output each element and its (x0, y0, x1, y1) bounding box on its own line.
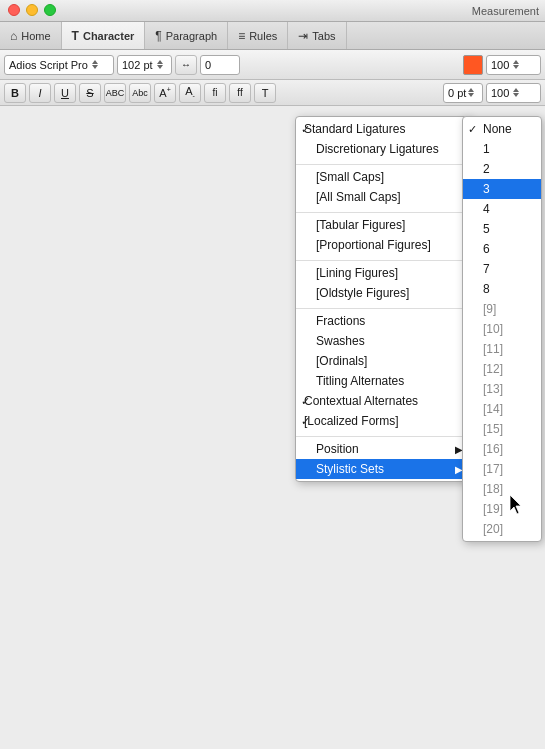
label-18: [18] (483, 482, 503, 496)
position-label: Position (316, 442, 359, 456)
tab-rules[interactable]: ≡ Rules (228, 22, 288, 49)
opacity-selector[interactable]: 100 (486, 55, 541, 75)
check-localized: ✓ (301, 415, 310, 428)
tab-bar: ⌂ Home T Character ¶ Paragraph ≡ Rules ⇥… (0, 22, 545, 50)
maximize-button[interactable] (44, 4, 56, 16)
font-selector[interactable]: Adios Script Pro (4, 55, 114, 75)
superscript-button[interactable]: A+ (154, 83, 176, 103)
label-11: [11] (483, 342, 503, 356)
menu-item-position[interactable]: Position ▶ (296, 439, 469, 459)
tabular-figures-label: [Tabular Figures] (316, 218, 405, 232)
submenu-item-8[interactable]: 8 (463, 279, 541, 299)
primary-dropdown: ✓ Standard Ligatures Discretionary Ligat… (295, 116, 470, 482)
menu-item-discretionary-ligatures[interactable]: Discretionary Ligatures (296, 139, 469, 159)
menu-item-oldstyle-figures[interactable]: [Oldstyle Figures] (296, 283, 469, 303)
ff-ligature-button[interactable]: ff (229, 83, 251, 103)
menu-item-stylistic-sets[interactable]: Stylistic Sets ▶ (296, 459, 469, 479)
subscript-button[interactable]: A- (179, 83, 201, 103)
stylistic-sets-submenu: ✓ None 1 2 3 4 5 6 7 8 [9] [10] (462, 116, 542, 542)
lining-figures-label: [Lining Figures] (316, 266, 398, 280)
submenu-item-3[interactable]: 3 (463, 179, 541, 199)
tab-paragraph[interactable]: ¶ Paragraph (145, 22, 228, 49)
submenu-item-13[interactable]: [13] (463, 379, 541, 399)
leading-arrows (468, 88, 474, 97)
separator-4 (296, 303, 469, 309)
submenu-item-9[interactable]: [9] (463, 299, 541, 319)
menu-item-lining-figures[interactable]: [Lining Figures] (296, 263, 469, 283)
submenu-item-17[interactable]: [17] (463, 459, 541, 479)
bold-button[interactable]: B (4, 83, 26, 103)
label-13: [13] (483, 382, 503, 396)
separator-2 (296, 207, 469, 213)
submenu-item-11[interactable]: [11] (463, 339, 541, 359)
all-small-caps-label: [All Small Caps] (316, 190, 401, 204)
opentype-button[interactable]: T (254, 83, 276, 103)
separator-3 (296, 255, 469, 261)
allcaps-button[interactable]: ABC (104, 83, 126, 103)
submenu-item-1[interactable]: 1 (463, 139, 541, 159)
smallcaps-button[interactable]: Abc (129, 83, 151, 103)
submenu-item-none[interactable]: ✓ None (463, 119, 541, 139)
contextual-alternates-label: Contextual Alternates (304, 394, 418, 408)
leading-value: 0 pt (448, 87, 466, 99)
localized-forms-label: [Localized Forms] (304, 414, 399, 428)
tabs-icon: ⇥ (298, 29, 308, 43)
ff-ligature-icon: ff (237, 87, 242, 98)
submenu-item-16[interactable]: [16] (463, 439, 541, 459)
label-12: [12] (483, 362, 503, 376)
menu-item-titling-alternates[interactable]: Titling Alternates (296, 371, 469, 391)
menu-item-swashes[interactable]: Swashes (296, 331, 469, 351)
underline-button[interactable]: U (54, 83, 76, 103)
character-icon: T (72, 29, 79, 43)
menu-item-fractions[interactable]: Fractions (296, 311, 469, 331)
submenu-item-4[interactable]: 4 (463, 199, 541, 219)
tab-tabs[interactable]: ⇥ Tabs (288, 22, 346, 49)
submenu-item-7[interactable]: 7 (463, 259, 541, 279)
leading-down-arrow (468, 93, 474, 97)
size-selector[interactable]: 102 pt (117, 55, 172, 75)
italic-button[interactable]: I (29, 83, 51, 103)
stylistic-sets-label: Stylistic Sets (316, 462, 384, 476)
submenu-item-5[interactable]: 5 (463, 219, 541, 239)
tab-home-label: Home (21, 30, 50, 42)
check-standard-ligatures: ✓ (301, 123, 310, 136)
opacity-up-arrow (513, 60, 519, 64)
kerning-value: 0 (205, 59, 211, 71)
label-2: 2 (483, 162, 490, 176)
close-button[interactable] (8, 4, 20, 16)
submenu-item-10[interactable]: [10] (463, 319, 541, 339)
scale-button[interactable]: ↔ (175, 55, 197, 75)
proportional-figures-label: [Proportional Figures] (316, 238, 431, 252)
color-swatch[interactable] (463, 55, 483, 75)
menu-item-tabular-figures[interactable]: [Tabular Figures] (296, 215, 469, 235)
submenu-item-20[interactable]: [20] (463, 519, 541, 539)
menu-item-contextual-alternates[interactable]: ✓ Contextual Alternates (296, 391, 469, 411)
submenu-item-6[interactable]: 6 (463, 239, 541, 259)
menu-item-proportional-figures[interactable]: [Proportional Figures] (296, 235, 469, 255)
percent-selector[interactable]: 100 (486, 83, 541, 103)
leading-input[interactable]: 0 pt (443, 83, 483, 103)
minimize-button[interactable] (26, 4, 38, 16)
tab-character-label: Character (83, 30, 134, 42)
kerning-input[interactable]: 0 (200, 55, 240, 75)
strikethrough-button[interactable]: S (79, 83, 101, 103)
submenu-item-19[interactable]: [19] (463, 499, 541, 519)
tab-home[interactable]: ⌂ Home (0, 22, 62, 49)
title-bar: Measurement (0, 0, 545, 22)
submenu-item-12[interactable]: [12] (463, 359, 541, 379)
check-none: ✓ (468, 123, 477, 136)
menu-item-localized-forms[interactable]: ✓ [Localized Forms] (296, 411, 469, 431)
menu-item-ordinals[interactable]: [Ordinals] (296, 351, 469, 371)
allcaps-icon: ABC (106, 88, 125, 98)
submenu-item-18[interactable]: [18] (463, 479, 541, 499)
submenu-item-15[interactable]: [15] (463, 419, 541, 439)
menu-item-all-small-caps[interactable]: [All Small Caps] (296, 187, 469, 207)
submenu-item-14[interactable]: [14] (463, 399, 541, 419)
label-4: 4 (483, 202, 490, 216)
menu-item-small-caps[interactable]: [Small Caps] (296, 167, 469, 187)
tab-character[interactable]: T Character (62, 22, 146, 49)
ligatures-button[interactable]: fi (204, 83, 226, 103)
size-down-arrow (157, 65, 163, 69)
submenu-item-2[interactable]: 2 (463, 159, 541, 179)
menu-item-standard-ligatures[interactable]: ✓ Standard Ligatures (296, 119, 469, 139)
